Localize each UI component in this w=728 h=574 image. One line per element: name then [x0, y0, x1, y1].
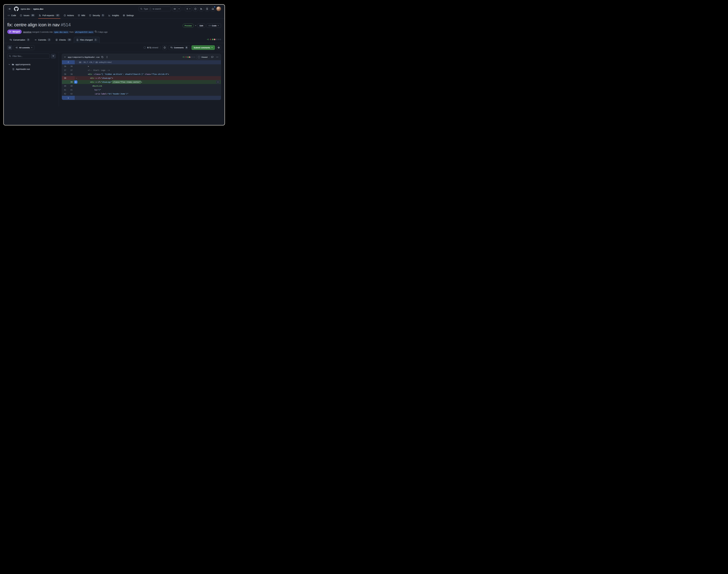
browser-window: npmx-dev / npmx.dev Type / to search	[3, 4, 225, 125]
repo-nav-item-actions[interactable]: Actions	[62, 13, 75, 18]
repo-nav-item-settings[interactable]: Settings	[121, 13, 135, 18]
repo-nav-item-wiki[interactable]: Wiki	[76, 13, 87, 18]
code-token: >	[168, 73, 169, 75]
new-line-number[interactable]: 41	[68, 88, 75, 92]
pr-tab-commits[interactable]: Commits2	[32, 37, 53, 43]
expand-down-button[interactable]	[62, 96, 75, 100]
add-comment-button[interactable]: +	[74, 80, 77, 84]
pr-title-text: fix: centre align icon in nav	[7, 22, 60, 27]
viewed-toggle-button[interactable]: Viewed	[196, 55, 209, 59]
repo-nav: CodeIssues84Pull requests42ActionsWikiSe…	[4, 12, 225, 18]
diff-file-path[interactable]: app/components/AppHeader.vue	[68, 56, 100, 58]
head-branch-label[interactable]: whitep4nth3r:main	[74, 31, 94, 34]
all-commits-dropdown[interactable]: All commits	[14, 45, 34, 50]
new-line-number[interactable]: 40	[68, 84, 75, 88]
preview-button[interactable]: Preview	[183, 24, 194, 28]
comment-icon[interactable]	[210, 55, 214, 59]
old-line-number[interactable]: 36	[62, 64, 68, 68]
old-line-number[interactable]: 37	[62, 68, 68, 72]
collapse-sidebar-button[interactable]	[7, 45, 12, 50]
code-token: "flex-shrink-0"	[151, 73, 168, 75]
pr-tab-checks[interactable]: Checks18	[53, 37, 74, 43]
pr-tab-count-badge: 2	[47, 38, 51, 41]
repo-nav-item-insights[interactable]: Insights	[107, 13, 120, 18]
code-button[interactable]: Code	[206, 24, 221, 28]
diff-line-41: 4141 to="/"	[62, 88, 221, 92]
old-line-number[interactable]: 40	[62, 84, 68, 88]
comment-discussion-icon	[10, 39, 12, 41]
merge-summary: danielroe merged 2 commits into npmx-dev…	[23, 31, 108, 33]
code-token: <	[90, 77, 91, 79]
copilot-button[interactable]	[172, 6, 181, 11]
old-line-number[interactable]: 42	[62, 92, 68, 96]
old-line-number[interactable]: 41	[62, 88, 68, 92]
repo-nav-item-code[interactable]: Code	[6, 13, 17, 18]
expand-up-button[interactable]	[62, 60, 75, 64]
filter-files-input[interactable]	[12, 55, 48, 57]
code-token: :aria-label	[94, 93, 107, 95]
unread-notification-dot	[214, 6, 216, 8]
user-avatar[interactable]	[216, 6, 221, 11]
old-line-number[interactable]: 39	[62, 76, 68, 80]
kebab-menu-icon[interactable]	[215, 55, 219, 59]
shield-icon	[89, 14, 91, 16]
pr-tab-files-changed[interactable]: Files changed1	[74, 37, 100, 43]
plus-icon	[186, 8, 188, 10]
new-line-number[interactable]	[68, 76, 75, 80]
search-placeholder-prefix: Type	[144, 8, 148, 10]
repo-nav-item-pull-requests[interactable]: Pull requests42	[37, 13, 61, 18]
info-button[interactable]	[162, 45, 167, 50]
pr-deletions: -1	[209, 38, 211, 40]
edit-button[interactable]: Edit	[198, 24, 205, 28]
create-new-button[interactable]	[185, 6, 192, 11]
tree-file-appheader-vue[interactable]: AppHeader.vue	[11, 67, 56, 72]
drag-handle-icon[interactable]	[105, 55, 109, 59]
diff-file-header-right: +1 -1 Viewed	[183, 55, 219, 59]
code-token: "$t('header.home')"	[108, 93, 128, 95]
github-logo-icon[interactable]	[14, 6, 18, 11]
code-token: NuxtLink	[93, 85, 102, 87]
expand-up-icon	[67, 61, 69, 63]
copy-branch-icon[interactable]	[94, 31, 97, 33]
new-line-number[interactable]: 37	[68, 68, 75, 72]
pull-requests-header-button[interactable]	[199, 6, 203, 11]
comments-button[interactable]: Comments 0	[168, 45, 190, 50]
checklist-icon	[55, 39, 58, 41]
pr-tab-count-badge: 18	[67, 38, 72, 41]
repo-nav-label: Insights	[112, 14, 119, 16]
copy-path-icon[interactable]	[101, 55, 104, 59]
repositories-header-button[interactable]	[205, 6, 209, 11]
hamburger-menu-button[interactable]	[7, 6, 12, 11]
collapse-file-chevron-icon[interactable]	[63, 55, 67, 59]
diff-expand-row	[62, 96, 221, 100]
old-line-number[interactable]	[62, 80, 68, 84]
file-filter-button[interactable]	[51, 54, 56, 59]
new-line-number[interactable]: 42	[68, 92, 75, 96]
code-token: div	[89, 73, 92, 75]
repo-nav-item-issues[interactable]: Issues84	[18, 13, 36, 18]
line-menu-caret-button[interactable]	[216, 80, 220, 84]
pr-tab-conversation[interactable]: Conversation3	[7, 37, 32, 43]
issues-header-button[interactable]	[193, 6, 198, 11]
code-token: >	[141, 81, 142, 83]
hamburger-icon	[8, 8, 11, 10]
notifications-button[interactable]	[210, 6, 215, 11]
diff-line-39: 39 <div v-if="showLogo" class="flex item…	[62, 80, 221, 84]
breadcrumb-owner[interactable]: npmx-dev	[21, 8, 30, 10]
preview-caret-icon[interactable]	[195, 25, 196, 26]
new-line-number[interactable]: 36	[68, 64, 75, 68]
new-line-number[interactable]: 39	[68, 80, 75, 84]
submit-comments-button[interactable]: Submit comments	[191, 45, 215, 50]
global-search-input[interactable]: Type / to search	[139, 6, 171, 11]
merged-by-user-link[interactable]: danielroe	[23, 31, 32, 33]
viewed-count: 0 / 1	[147, 46, 151, 49]
diff-marker	[75, 72, 78, 76]
viewed-checkbox[interactable]	[198, 56, 200, 58]
diff-settings-button[interactable]	[216, 45, 221, 50]
repo-nav-item-security[interactable]: Security5	[87, 13, 106, 18]
breadcrumb-repo[interactable]: npmx.dev	[33, 8, 43, 10]
base-branch-label[interactable]: npmx-dev:main	[53, 31, 69, 34]
old-line-number[interactable]: 38	[62, 72, 68, 76]
new-line-number[interactable]: 38	[68, 72, 75, 76]
tree-folder-app-components[interactable]: app/components	[7, 62, 56, 67]
